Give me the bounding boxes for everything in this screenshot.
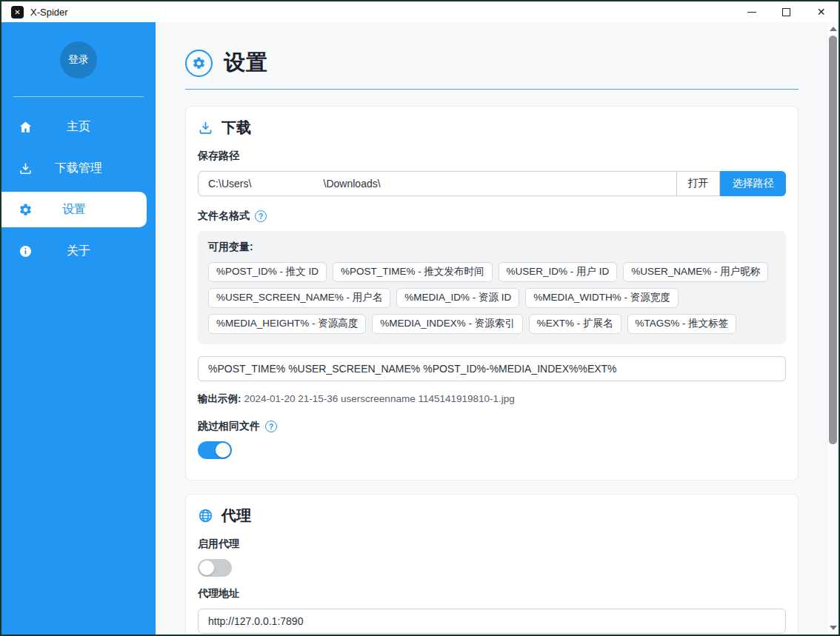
maximize-icon	[782, 8, 790, 16]
header-divider	[185, 89, 799, 90]
window-title: X-Spider	[30, 7, 68, 18]
scroll-up-icon[interactable]	[830, 27, 837, 31]
vertical-scrollbar[interactable]	[827, 22, 839, 635]
proxy-section-title: 代理	[221, 506, 251, 526]
skip-same-help-icon[interactable]: ?	[265, 421, 277, 432]
home-icon	[18, 119, 33, 134]
variable-chip[interactable]: %USER_ID% - 用户 ID	[499, 262, 618, 282]
titlebar-left: ✕ X-Spider	[11, 6, 68, 19]
save-path-input[interactable]	[198, 171, 677, 196]
variable-chip[interactable]: %USER_SCREEN_NAME% - 用户名	[208, 288, 390, 308]
output-example: 输出示例:2024-01-20 21-15-36 userscreenname …	[198, 392, 786, 406]
enable-proxy-label: 启用代理	[198, 538, 786, 551]
download-section-title: 下载	[221, 118, 251, 138]
sidebar-divider	[13, 96, 144, 97]
variable-chip[interactable]: %MEDIA_INDEX% - 资源索引	[372, 314, 523, 334]
sidebar-item-label: 主页	[67, 119, 90, 135]
gear-icon	[18, 202, 33, 217]
variable-chip[interactable]: %MEDIA_ID% - 资源 ID	[396, 288, 519, 308]
variable-chip[interactable]: %EXT% - 扩展名	[529, 314, 621, 334]
sidebar-item-label: 关于	[67, 244, 90, 259]
output-example-value: 2024-01-20 21-15-36 userscreenname 11451…	[244, 393, 515, 404]
save-path-label: 保存路径	[198, 150, 786, 163]
download-section-header: 下载	[198, 118, 786, 138]
variable-chip[interactable]: %USER_NAME% - 用户昵称	[623, 262, 768, 282]
maximize-button[interactable]	[769, 1, 804, 22]
enable-proxy-toggle[interactable]	[198, 559, 232, 577]
app-window: ✕ X-Spider ✕ 登录 主页	[0, 0, 840, 636]
sidebar-item-label: 下载管理	[55, 161, 102, 176]
variable-chip[interactable]: %TAGS% - 推文标签	[627, 314, 737, 334]
variable-chip[interactable]: %MEDIA_WIDTH% - 资源宽度	[525, 288, 679, 308]
sidebar-item-settings[interactable]: 设置	[1, 192, 147, 227]
minimize-button[interactable]	[734, 1, 769, 22]
choose-path-button[interactable]: 选择路径	[720, 171, 786, 196]
filename-format-input[interactable]	[198, 356, 786, 381]
proxy-address-label: 代理地址	[198, 587, 786, 600]
open-path-button[interactable]: 打开	[677, 171, 720, 196]
available-variables-box: 可用变量: %POST_ID% - 推文 ID%POST_TIME% - 推文发…	[198, 231, 786, 344]
login-button[interactable]: 登录	[60, 41, 97, 78]
sidebar-item-home[interactable]: 主页	[1, 106, 156, 147]
skip-same-label-text: 跳过相同文件	[198, 420, 260, 433]
close-icon: ✕	[817, 7, 826, 17]
variable-chip[interactable]: %POST_ID% - 推文 ID	[208, 262, 327, 282]
proxy-settings-card: 代理 启用代理 代理地址	[185, 494, 799, 635]
proxy-section-header: 代理	[198, 506, 786, 526]
download-settings-card: 下载 保存路径 打开 选择路径 文件名格式 ? 可用变量: %POST_ID% …	[185, 106, 799, 481]
filename-format-label-text: 文件名格式	[198, 210, 250, 223]
page-title: 设置	[224, 48, 268, 78]
download-section-icon	[198, 120, 213, 135]
app-logo-icon: ✕	[11, 6, 24, 19]
proxy-address-input[interactable]	[198, 609, 786, 634]
output-example-label: 输出示例:	[198, 393, 241, 404]
titlebar: ✕ X-Spider ✕	[1, 1, 839, 22]
minimize-icon	[747, 12, 756, 13]
globe-icon	[198, 508, 213, 523]
app-body: 登录 主页 下载管理	[1, 22, 839, 635]
filename-format-help-icon[interactable]: ?	[255, 210, 267, 222]
variable-chips: %POST_ID% - 推文 ID%POST_TIME% - 推文发布时间%US…	[208, 262, 776, 334]
scrollbar-thumb[interactable]	[829, 36, 837, 444]
sidebar-item-label: 设置	[62, 202, 86, 218]
login-label: 登录	[68, 53, 89, 67]
available-variables-label: 可用变量:	[208, 241, 776, 254]
skip-same-label: 跳过相同文件 ?	[198, 420, 786, 433]
sidebar-nav: 主页 下载管理 设置	[1, 106, 156, 272]
skip-same-toggle[interactable]	[198, 441, 232, 459]
variable-chip[interactable]: %POST_TIME% - 推文发布时间	[333, 262, 493, 282]
settings-page: 设置 下载 保存路径 打开 选择路径	[156, 22, 827, 635]
page-header: 设置	[185, 39, 799, 89]
close-button[interactable]: ✕	[804, 1, 839, 22]
sidebar-item-about[interactable]: 关于	[1, 230, 156, 272]
sidebar: 登录 主页 下载管理	[1, 22, 156, 635]
filename-format-label: 文件名格式 ?	[198, 210, 786, 223]
window-controls: ✕	[734, 1, 839, 22]
info-icon	[18, 244, 33, 258]
variable-chip[interactable]: %MEDIA_HEIGHT% - 资源高度	[208, 314, 366, 334]
settings-gear-icon	[185, 50, 213, 77]
sidebar-item-downloads[interactable]: 下载管理	[1, 147, 156, 189]
scroll-down-icon[interactable]	[830, 626, 837, 630]
download-icon	[18, 161, 33, 175]
save-path-group: 打开 选择路径	[198, 171, 786, 196]
